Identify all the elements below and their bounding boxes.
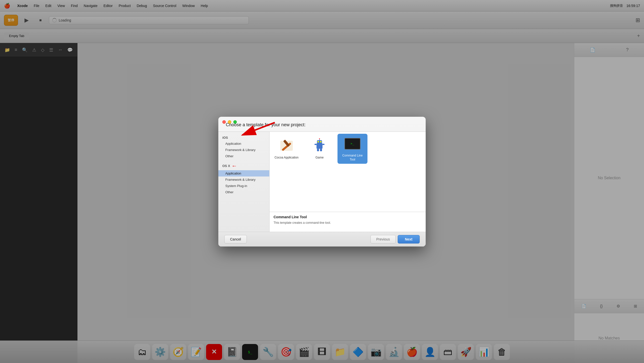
dialog-title: Choose a template for your new project: <box>226 122 306 127</box>
clt-label: Command Line Tool <box>340 154 366 162</box>
template-area: Cocoa Application <box>270 132 426 232</box>
navigation-buttons: Previous Next <box>370 235 420 243</box>
maximize-button[interactable] <box>233 120 237 124</box>
template-game[interactable]: Game <box>304 134 334 164</box>
cocoa-app-label: Cocoa Application <box>274 156 298 160</box>
minimize-button[interactable] <box>228 120 231 124</box>
svg-point-8 <box>319 138 320 139</box>
description-title: Command Line Tool <box>274 215 422 219</box>
svg-rect-12 <box>320 149 322 151</box>
dialog-footer: Cancel Previous Next <box>218 232 426 246</box>
svg-rect-11 <box>317 149 319 151</box>
svg-rect-3 <box>316 143 322 149</box>
dialog-overlay: Choose a template for your new project: … <box>0 0 644 363</box>
svg-rect-9 <box>314 144 316 145</box>
window-controls <box>222 120 237 124</box>
cancel-button[interactable]: Cancel <box>224 235 247 243</box>
description-text: This template creates a command-line too… <box>274 220 422 225</box>
svg-point-6 <box>320 141 322 143</box>
osx-plugin-item[interactable]: System Plug-in <box>218 183 269 189</box>
osx-framework-item[interactable]: Framework & Library <box>218 177 269 183</box>
previous-button[interactable]: Previous <box>370 235 396 243</box>
osx-section-label: OS X ← <box>218 161 269 170</box>
osx-application-item[interactable]: Application <box>218 170 269 177</box>
clt-icon: >_ <box>344 136 360 152</box>
dialog-header: Choose a template for your new project: <box>218 117 426 132</box>
ios-section-label: iOS <box>218 134 269 141</box>
game-label: Game <box>316 156 324 160</box>
template-command-line-tool[interactable]: >_ Command Line Tool <box>338 134 368 164</box>
template-cocoa-application[interactable]: Cocoa Application <box>272 134 302 164</box>
dialog-body: iOS Application Framework & Library Othe… <box>218 132 426 232</box>
ios-other-item[interactable]: Other <box>218 153 269 159</box>
ios-application-item[interactable]: Application <box>218 141 269 147</box>
next-button[interactable]: Next <box>398 235 420 243</box>
game-icon <box>312 138 328 154</box>
svg-point-5 <box>318 141 319 143</box>
template-categories: iOS Application Framework & Library Othe… <box>218 132 270 232</box>
new-project-dialog: Choose a template for your new project: … <box>218 117 426 246</box>
template-grid: Cocoa Application <box>270 132 426 212</box>
close-button[interactable] <box>222 120 226 124</box>
ios-framework-item[interactable]: Framework & Library <box>218 147 269 153</box>
osx-other-item[interactable]: Other <box>218 189 269 195</box>
svg-rect-10 <box>322 144 324 145</box>
cocoa-app-icon <box>278 138 294 154</box>
template-description: Command Line Tool This template creates … <box>270 212 426 232</box>
